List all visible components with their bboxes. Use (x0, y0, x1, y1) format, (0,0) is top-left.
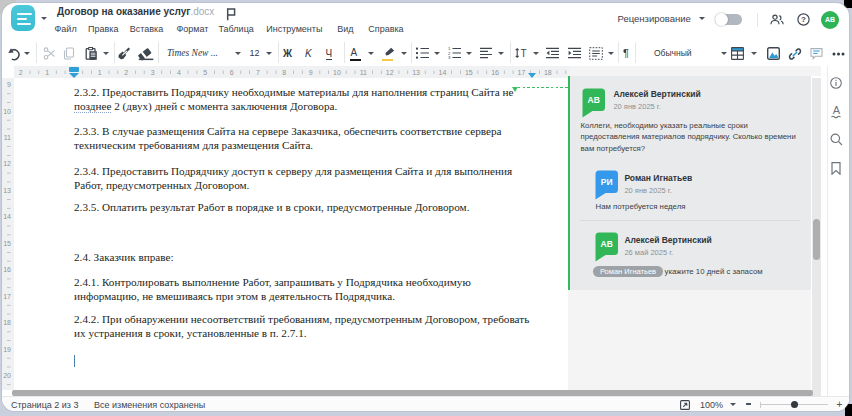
svg-text:?: ? (801, 15, 806, 24)
svg-text:12: 12 (3, 160, 11, 167)
svg-text:14: 14 (3, 213, 11, 220)
svg-text:15: 15 (465, 69, 473, 76)
svg-text:T: T (520, 48, 526, 59)
svg-text:17: 17 (518, 69, 526, 76)
svg-text:17: 17 (3, 293, 11, 300)
svg-text:10: 10 (333, 69, 341, 76)
svg-text:16: 16 (491, 69, 499, 76)
svg-text:12: 12 (386, 69, 394, 76)
svg-text:16: 16 (3, 266, 11, 273)
svg-text:11: 11 (4, 134, 11, 141)
svg-text:10: 10 (3, 108, 11, 115)
svg-text:5: 5 (203, 69, 207, 76)
svg-text:6: 6 (230, 69, 234, 76)
svg-text:3: 3 (151, 69, 155, 76)
svg-text:11: 11 (360, 69, 367, 76)
svg-text:2: 2 (19, 69, 23, 76)
svg-text:АВ: АВ (588, 95, 600, 105)
svg-text:13: 13 (3, 187, 11, 194)
svg-text:9: 9 (7, 81, 11, 88)
svg-text:9: 9 (309, 69, 313, 76)
svg-text:19: 19 (3, 346, 11, 353)
svg-text:4: 4 (177, 69, 181, 76)
svg-text:А: А (832, 103, 840, 115)
svg-text:1: 1 (45, 69, 49, 76)
svg-text:АВ: АВ (600, 239, 612, 249)
svg-text:7: 7 (256, 69, 260, 76)
svg-text:3: 3 (448, 55, 451, 59)
svg-text:8: 8 (282, 69, 286, 76)
svg-text:1: 1 (98, 69, 102, 76)
svg-text:18: 18 (3, 319, 11, 326)
svg-text:20: 20 (3, 372, 11, 379)
svg-text:14: 14 (439, 69, 447, 76)
svg-text:13: 13 (412, 69, 420, 76)
svg-text:15: 15 (3, 240, 11, 247)
svg-text:18: 18 (544, 69, 552, 76)
svg-text:РИ: РИ (600, 177, 612, 187)
svg-text:2: 2 (124, 69, 128, 76)
